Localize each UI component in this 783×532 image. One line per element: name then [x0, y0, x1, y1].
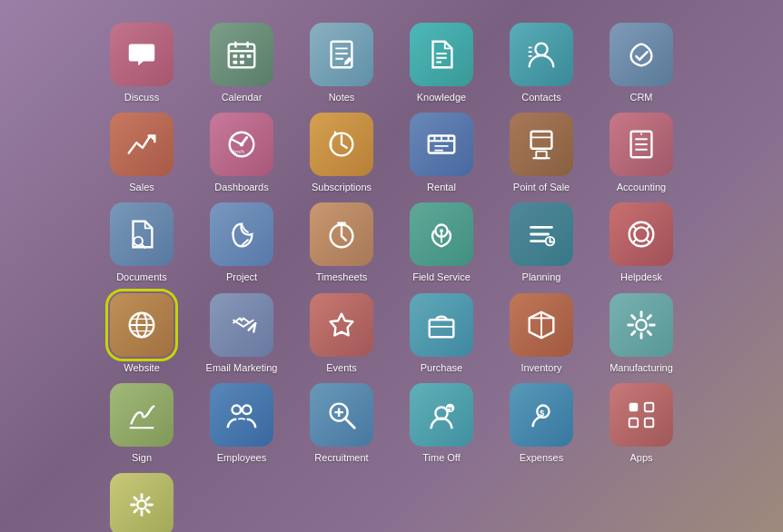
- app-item-fieldservice[interactable]: Field Service: [396, 202, 487, 283]
- svg-rect-31: [531, 132, 552, 149]
- helpdesk-icon: [610, 202, 673, 266]
- rental-label: Rental: [427, 182, 456, 193]
- app-item-helpdesk[interactable]: Helpdesk: [596, 202, 687, 283]
- knowledge-label: Knowledge: [417, 92, 466, 103]
- svg-text:$: $: [540, 408, 545, 418]
- app-item-planning[interactable]: Planning: [496, 202, 587, 283]
- app-item-manufacturing[interactable]: Manufacturing: [596, 293, 687, 374]
- app-item-discuss[interactable]: Discuss: [96, 23, 187, 103]
- app-item-timeoff[interactable]: Time Off: [396, 383, 487, 464]
- svg-rect-80: [629, 402, 639, 411]
- purchase-label: Purchase: [421, 362, 462, 374]
- notes-label: Notes: [329, 92, 355, 103]
- app-item-events[interactable]: Events: [296, 293, 387, 374]
- svg-rect-83: [645, 419, 654, 428]
- svg-line-53: [633, 226, 637, 230]
- app-item-expenses[interactable]: $Expenses: [496, 383, 587, 464]
- app-item-subscriptions[interactable]: Subscriptions: [296, 113, 387, 193]
- app-item-website[interactable]: Website: [96, 293, 187, 374]
- svg-rect-5: [240, 54, 244, 58]
- accounting-icon: [610, 113, 673, 176]
- project-icon: [210, 202, 273, 266]
- svg-point-70: [233, 405, 241, 414]
- app-item-inventory[interactable]: Inventory: [496, 293, 587, 374]
- app-item-sign[interactable]: Sign: [96, 383, 187, 464]
- app-item-notes[interactable]: Notes: [296, 23, 387, 103]
- app-item-emailmarketing[interactable]: Email Marketing: [196, 293, 287, 374]
- app-item-purchase[interactable]: Purchase: [396, 293, 487, 374]
- employees-icon: [210, 383, 273, 447]
- documents-icon: [110, 202, 173, 266]
- planning-icon: [510, 202, 573, 266]
- inventory-label: Inventory: [520, 362, 561, 374]
- recruitment-label: Recruitment: [314, 452, 368, 464]
- app-item-pos[interactable]: Point of Sale: [496, 113, 587, 193]
- discuss-icon: [110, 23, 173, 86]
- sign-label: Sign: [132, 452, 152, 464]
- app-item-sales[interactable]: Sales: [96, 113, 187, 193]
- subscriptions-label: Subscriptions: [312, 182, 372, 193]
- manufacturing-icon: [610, 293, 673, 357]
- contacts-label: Contacts: [521, 92, 560, 103]
- crm-label: CRM: [629, 92, 652, 103]
- svg-point-68: [636, 320, 646, 330]
- app-item-settings[interactable]: Settings: [96, 473, 187, 532]
- sales-label: Sales: [129, 182, 154, 193]
- app-grid: DiscussCalendarNotesKnowledgeContactsCRM…: [69, 5, 714, 532]
- sign-icon: [110, 383, 173, 447]
- app-item-crm[interactable]: CRM: [596, 23, 687, 103]
- recruitment-icon: [310, 383, 373, 447]
- app-item-timesheets[interactable]: Timesheets: [296, 202, 387, 283]
- purchase-icon: [410, 293, 473, 357]
- pos-icon: [510, 113, 573, 176]
- pos-label: Point of Sale: [513, 182, 570, 193]
- svg-rect-7: [233, 61, 238, 64]
- app-item-project[interactable]: Project: [196, 202, 287, 283]
- svg-rect-81: [645, 402, 654, 411]
- app-item-accounting[interactable]: Accounting: [596, 113, 687, 193]
- svg-point-21: [240, 143, 244, 147]
- crm-icon: [610, 23, 673, 86]
- svg-rect-8: [240, 61, 244, 64]
- svg-line-55: [633, 240, 637, 243]
- planning-label: Planning: [522, 271, 561, 283]
- settings-icon: [110, 473, 173, 532]
- svg-rect-64: [430, 320, 454, 337]
- app-item-employees[interactable]: Employees: [196, 383, 287, 464]
- sales-icon: [110, 113, 173, 176]
- emailmarketing-label: Email Marketing: [206, 362, 278, 374]
- project-label: Project: [226, 271, 257, 283]
- expenses-label: Expenses: [520, 452, 563, 464]
- timesheets-icon: [310, 202, 373, 266]
- svg-line-73: [345, 419, 354, 428]
- app-item-rental[interactable]: Rental: [396, 113, 487, 193]
- svg-point-16: [535, 44, 547, 55]
- app-item-documents[interactable]: Documents: [96, 202, 187, 283]
- events-icon: [310, 293, 373, 357]
- accounting-label: Accounting: [617, 182, 666, 193]
- app-item-knowledge[interactable]: Knowledge: [396, 23, 487, 103]
- svg-rect-4: [233, 54, 238, 58]
- employees-label: Employees: [217, 452, 266, 464]
- fieldservice-icon: [410, 202, 473, 266]
- app-item-recruitment[interactable]: Recruitment: [296, 383, 387, 464]
- svg-point-52: [634, 228, 648, 241]
- helpdesk-label: Helpdesk: [620, 271, 662, 283]
- svg-rect-82: [629, 419, 639, 428]
- svg-point-43: [440, 230, 443, 233]
- timesheets-label: Timesheets: [316, 271, 367, 283]
- expenses-icon: $: [510, 383, 573, 447]
- contacts-icon: [510, 23, 573, 86]
- svg-rect-6: [247, 54, 252, 58]
- manufacturing-label: Manufacturing: [610, 362, 673, 374]
- app-item-dashboards[interactable]: km/hDashboards: [196, 113, 287, 193]
- discuss-label: Discuss: [124, 92, 160, 103]
- app-item-apps[interactable]: Apps: [596, 383, 687, 464]
- app-item-contacts[interactable]: Contacts: [496, 23, 587, 103]
- svg-point-84: [137, 500, 146, 509]
- calendar-label: Calendar: [222, 92, 263, 103]
- svg-rect-33: [536, 152, 546, 159]
- dashboards-icon: km/h: [210, 113, 273, 176]
- apps-label: Apps: [629, 452, 652, 464]
- app-item-calendar[interactable]: Calendar: [196, 23, 287, 103]
